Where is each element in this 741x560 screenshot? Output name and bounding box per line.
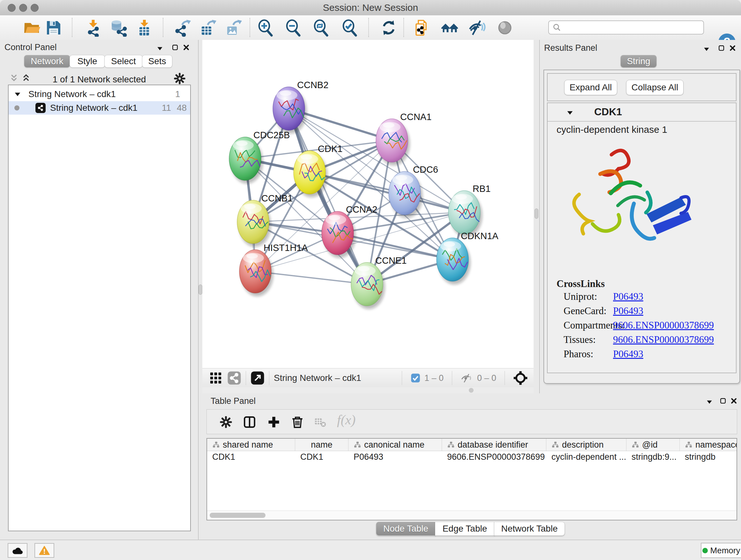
right-splitter-handle[interactable] bbox=[535, 208, 538, 219]
float-panel-icon[interactable] bbox=[718, 44, 725, 52]
import-network-icon bbox=[84, 19, 102, 37]
gene-section-header[interactable]: CDK1 bbox=[548, 103, 736, 122]
node-RB1[interactable]: RB1 bbox=[448, 184, 490, 237]
cell-namespace[interactable]: stringdb bbox=[680, 451, 737, 463]
tab-edge-table[interactable]: Edge Table bbox=[435, 522, 495, 536]
column-header-namespace[interactable]: namespace bbox=[680, 439, 737, 451]
show-home-button[interactable] bbox=[441, 19, 459, 37]
column-header-database-identifier[interactable]: database identifier bbox=[442, 439, 546, 451]
save-session-button[interactable] bbox=[45, 19, 63, 37]
crosslink-uniprot-link[interactable]: P06493 bbox=[613, 291, 643, 302]
collapse-all-button[interactable]: Collapse All bbox=[626, 80, 684, 95]
tab-node-table[interactable]: Node Table bbox=[376, 522, 435, 536]
node-CDC25B[interactable]: CDC25B bbox=[229, 130, 290, 184]
cell-name[interactable]: CDK1 bbox=[295, 451, 348, 463]
network-collection-row[interactable]: String Network – cdk1 1 bbox=[9, 88, 190, 101]
open-session-button[interactable] bbox=[23, 19, 41, 37]
edge-CCNB2-CCNE1[interactable] bbox=[289, 109, 367, 284]
zoom-out-button[interactable] bbox=[285, 19, 302, 37]
horizontal-scrollbar[interactable] bbox=[207, 510, 737, 520]
column-header-canonical-name[interactable]: canonical name bbox=[348, 439, 442, 451]
node-CDKN1A[interactable]: CDKN1A bbox=[436, 231, 498, 285]
expand-all-button[interactable]: Expand All bbox=[564, 80, 617, 95]
crosslink-genecard-link[interactable]: P06493 bbox=[613, 305, 643, 317]
birdseye-share-icon[interactable] bbox=[227, 371, 241, 385]
export-network-button[interactable] bbox=[174, 19, 192, 37]
refresh-button[interactable] bbox=[380, 19, 398, 37]
network-canvas[interactable]: CCNB2CCNA1CDC25BCDK1CDC6RB1CCNB1CCNA2CDK… bbox=[202, 40, 534, 368]
import-network-from-database-button[interactable] bbox=[110, 19, 128, 37]
cell-database-identifier[interactable]: 9606.ENSP00000378699 bbox=[442, 451, 546, 463]
function-builder-icon-disabled[interactable]: f(x) bbox=[337, 412, 355, 428]
float-panel-icon[interactable] bbox=[719, 397, 727, 405]
tab-string[interactable]: String bbox=[620, 55, 657, 68]
delete-column-trash-icon[interactable] bbox=[290, 415, 305, 429]
tab-sets[interactable]: Sets bbox=[142, 55, 172, 68]
table-settings-gear-icon[interactable] bbox=[219, 416, 232, 428]
network-options-gear-icon[interactable] bbox=[174, 72, 186, 84]
float-panel-icon[interactable] bbox=[172, 44, 179, 51]
horizontal-splitter-handle[interactable] bbox=[469, 388, 474, 393]
section-collapse-icon[interactable] bbox=[566, 109, 574, 117]
column-header-shared-name[interactable]: shared name bbox=[207, 439, 295, 451]
selected-checkbox-icon[interactable] bbox=[410, 373, 421, 383]
table-row[interactable]: CDK1 CDK1 P06493 9606.ENSP00000378699 cy… bbox=[207, 451, 737, 463]
network-row-selected[interactable]: String Network – cdk1 11 48 bbox=[9, 101, 190, 115]
collection-expand-icon[interactable] bbox=[14, 90, 21, 98]
zoom-in-button[interactable] bbox=[257, 19, 275, 37]
warning-status-button[interactable] bbox=[35, 543, 54, 558]
node-CCNA1[interactable]: CCNA1 bbox=[376, 112, 431, 165]
crosslink-tissues-link[interactable]: 9606.ENSP00000378699 bbox=[613, 334, 714, 346]
node-HIST1H1A[interactable]: HIST1H1A bbox=[239, 243, 308, 296]
toolbar-separator bbox=[402, 371, 402, 385]
collapse-panel-icon[interactable] bbox=[703, 46, 710, 53]
tab-select[interactable]: Select bbox=[105, 55, 143, 68]
crosslink-pharos-link[interactable]: P06493 bbox=[613, 348, 643, 360]
cell-shared-name[interactable]: CDK1 bbox=[207, 451, 295, 463]
right-splitter[interactable] bbox=[534, 40, 539, 393]
hidden-eye-slash-icon[interactable] bbox=[461, 373, 473, 383]
close-panel-icon[interactable] bbox=[729, 44, 737, 52]
horizontal-splitter[interactable] bbox=[202, 387, 534, 393]
new-network-from-file-button[interactable] bbox=[413, 19, 431, 37]
title-bar: Session: New Session bbox=[0, 0, 741, 16]
collapse-panel-icon[interactable] bbox=[706, 398, 713, 406]
delete-table-icon-disabled[interactable] bbox=[314, 416, 327, 428]
show-columns-icon[interactable] bbox=[243, 415, 257, 429]
export-table-button[interactable] bbox=[199, 19, 217, 37]
cell-description[interactable]: cyclin-dependent ... bbox=[546, 451, 626, 463]
import-network-from-file-button[interactable] bbox=[84, 19, 102, 37]
image-export-icon bbox=[225, 19, 243, 37]
pan-crosshair-icon[interactable] bbox=[513, 371, 528, 385]
scrollbar-thumb[interactable] bbox=[210, 513, 266, 518]
hide-graphics-details-button[interactable] bbox=[468, 19, 486, 37]
collapse-panel-icon[interactable] bbox=[156, 45, 163, 52]
search-input[interactable] bbox=[562, 22, 703, 33]
memory-button[interactable]: Memory bbox=[701, 543, 741, 558]
column-header-id[interactable]: @id bbox=[626, 439, 680, 451]
cloud-status-button[interactable] bbox=[8, 543, 27, 558]
crosslink-compartments-link[interactable]: 9606.ENSP00000378699 bbox=[613, 320, 714, 331]
cell-id[interactable]: stringdb:9... bbox=[626, 451, 680, 463]
level-of-detail-button[interactable] bbox=[496, 19, 514, 37]
column-header-description[interactable]: description bbox=[546, 439, 626, 451]
tab-network-table[interactable]: Network Table bbox=[494, 522, 565, 536]
left-splitter[interactable] bbox=[199, 40, 202, 540]
export-image-button[interactable] bbox=[225, 19, 243, 37]
tab-style[interactable]: Style bbox=[70, 55, 105, 68]
add-column-icon[interactable] bbox=[267, 415, 281, 429]
zoom-fit-button[interactable] bbox=[313, 19, 330, 37]
network-view-toolbar: String Network – cdk1 1 – 0 0 – 0 bbox=[202, 368, 534, 388]
close-panel-icon[interactable] bbox=[730, 397, 738, 405]
zoom-selected-button[interactable] bbox=[341, 19, 359, 37]
close-panel-icon[interactable] bbox=[183, 44, 190, 51]
node-CCNE1[interactable]: CCNE1 bbox=[351, 255, 407, 309]
grid-view-icon[interactable] bbox=[209, 372, 222, 384]
tab-network[interactable]: Network bbox=[24, 55, 70, 68]
cell-canonical-name[interactable]: P06493 bbox=[348, 451, 442, 463]
node-CCNB2[interactable]: CCNB2 bbox=[273, 80, 328, 133]
import-table-from-file-button[interactable] bbox=[135, 19, 153, 37]
left-splitter-handle[interactable] bbox=[199, 285, 202, 295]
column-header-name[interactable]: name bbox=[295, 439, 348, 451]
open-in-window-icon[interactable] bbox=[251, 371, 265, 385]
